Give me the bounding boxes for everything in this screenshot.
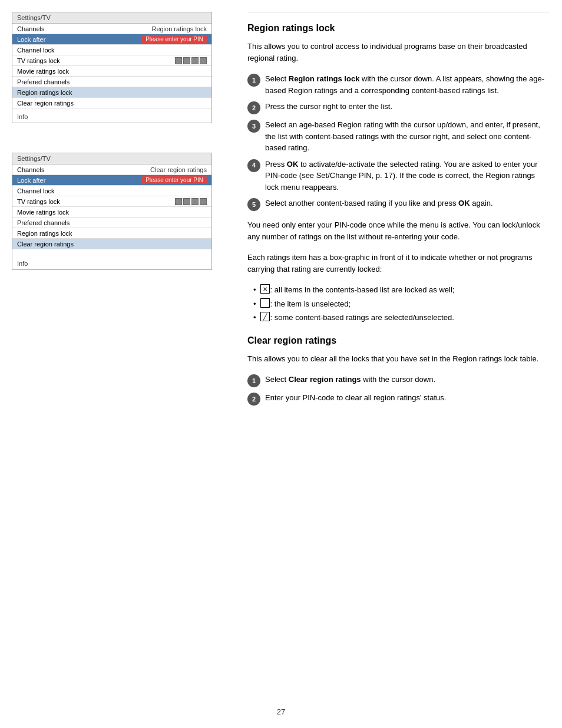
- pin-box-2-2: [183, 198, 190, 205]
- panel2-row-tvratings[interactable]: TV ratings lock: [12, 196, 211, 207]
- panel1-pin-placeholder: Please enter your PIN: [142, 35, 207, 43]
- step-text-1: Select Region ratings lock with the curs…: [265, 73, 550, 96]
- clear-step-text-1: Select Clear region ratings with the cur…: [265, 374, 550, 386]
- panel2-label-channellock: Channel lock: [17, 187, 207, 195]
- panel1-label-tvratings: TV ratings lock: [17, 57, 175, 64]
- step-item: 4 Press OK to activate/de-activate the s…: [247, 159, 550, 193]
- panel2-row-channels[interactable]: Channels Clear region ratings: [12, 164, 211, 175]
- panel1-row-clearregion[interactable]: Clear region ratings: [12, 98, 211, 108]
- bullet-dot-2: •: [253, 298, 256, 310]
- panel2-row-movieratings[interactable]: Movie ratings lock: [12, 207, 211, 218]
- region-ratings-section: Region ratings lock This allows you to c…: [247, 12, 550, 324]
- panel2-row-channellock[interactable]: Channel lock: [12, 186, 211, 196]
- bullet-text-3: : some content-based ratings are selecte…: [270, 312, 454, 324]
- panel2-label-channels: Channels: [17, 166, 150, 173]
- region-ratings-note2: Each ratings item has a box-graphic in f…: [247, 252, 550, 275]
- checked-icon: ✕: [260, 284, 270, 294]
- settings-panel-1: Settings/TV Channels Region ratings lock…: [12, 12, 212, 123]
- panel1-row-movieratings[interactable]: Movie ratings lock: [12, 66, 211, 77]
- panel1-label-channels: Channels: [17, 25, 151, 32]
- clear-step-number-2: 2: [247, 393, 260, 406]
- panel2-value-channels: Clear region ratings: [150, 166, 207, 173]
- left-column: Settings/TV Channels Region ratings lock…: [12, 12, 230, 716]
- step-item: 5 Select another content-based rating if…: [247, 197, 550, 211]
- panel2-label-tvratings: TV ratings lock: [17, 198, 175, 205]
- region-ratings-intro: This allows you to control access to ind…: [247, 41, 550, 64]
- panel2-label-movieratings: Movie ratings lock: [17, 209, 207, 216]
- panel2-pin-placeholder: Please enter your PIN: [142, 176, 207, 184]
- panel2-label-lockafter: Lock after: [17, 177, 142, 184]
- panel1-row-channellock[interactable]: Channel lock: [12, 45, 211, 55]
- panel1-row-channels[interactable]: Channels Region ratings lock: [12, 24, 211, 34]
- step-number-1: 1: [247, 74, 260, 87]
- pin-box-1: [175, 57, 182, 64]
- panel1-label-clearregion: Clear region ratings: [17, 100, 207, 107]
- bullet-text-2: : the item is unselected;: [270, 298, 351, 310]
- panel1-label-regionratings: Region ratings lock: [17, 89, 207, 96]
- panel1-label-prefered: Prefered channels: [17, 78, 207, 85]
- panel2-title: Settings/TV: [12, 153, 211, 164]
- empty-icon: [260, 298, 270, 308]
- step-number-4: 4: [247, 159, 260, 172]
- pin-box-2-3: [191, 198, 199, 205]
- clear-step-number-1: 1: [247, 374, 260, 387]
- bullet-item-diagonal: • ╱ : some content-based ratings are sel…: [253, 312, 550, 324]
- clear-region-title: Clear region ratings: [247, 335, 550, 346]
- region-ratings-note1: You need only enter your PIN-code once w…: [247, 219, 550, 242]
- panel2-label-regionratings: Region ratings lock: [17, 230, 207, 237]
- pin-box-2-1: [175, 198, 182, 205]
- clear-region-section: Clear region ratings This allows you to …: [247, 335, 550, 406]
- panel1-label-movieratings: Movie ratings lock: [17, 68, 207, 75]
- panel1-title: Settings/TV: [12, 12, 211, 24]
- bullet-dot-1: •: [253, 284, 256, 296]
- page-number: 27: [277, 707, 285, 716]
- step-text-2: Press the cursor right to enter the list…: [265, 101, 550, 113]
- panel2-pin-boxes: [175, 198, 207, 205]
- panel2-row-prefered[interactable]: Prefered channels: [12, 218, 211, 228]
- step-number-5: 5: [247, 198, 260, 211]
- panel1-info: Info: [12, 111, 211, 123]
- panel1-value-channels: Region ratings lock: [151, 25, 207, 32]
- panel2-label-clearregion: Clear region ratings: [17, 241, 207, 248]
- pin-box-2: [183, 57, 190, 64]
- right-column: Region ratings lock This allows you to c…: [242, 12, 550, 716]
- panel2-row-clearregion[interactable]: Clear region ratings: [12, 239, 211, 249]
- panel2-row-regionratings[interactable]: Region ratings lock: [12, 228, 211, 239]
- panel1-label-channellock: Channel lock: [17, 47, 207, 54]
- panel1-row-lockafter[interactable]: Lock after Please enter your PIN: [12, 34, 211, 45]
- pin-box-4: [200, 57, 207, 64]
- bullet-text-1: : all items in the contents-based list a…: [270, 284, 455, 296]
- step-number-3: 3: [247, 120, 260, 133]
- step-text-5: Select another content-based rating if y…: [265, 197, 550, 209]
- step-text-4: Press OK to activate/de-activate the sel…: [265, 159, 550, 193]
- panel2-info: Info: [12, 258, 211, 269]
- panel1-label-lockafter: Lock after: [17, 36, 142, 43]
- step-item: 1 Select Region ratings lock with the cu…: [247, 73, 550, 96]
- clear-step-item-1: 1 Select Clear region ratings with the c…: [247, 374, 550, 387]
- step-item: 2 Press the cursor right to enter the li…: [247, 101, 550, 114]
- clear-region-steps: 1 Select Clear region ratings with the c…: [247, 374, 550, 406]
- step-text-3: Select an age-based Region rating with t…: [265, 119, 550, 154]
- clear-step-text-2: Enter your PIN-code to clear all region …: [265, 392, 550, 404]
- region-ratings-title: Region ratings lock: [247, 23, 550, 34]
- diagonal-icon: ╱: [260, 312, 270, 321]
- panel1-row-prefered[interactable]: Prefered channels: [12, 77, 211, 87]
- region-ratings-steps: 1 Select Region ratings lock with the cu…: [247, 73, 550, 211]
- bullet-dot-3: •: [253, 312, 256, 324]
- panel2-label-prefered: Prefered channels: [17, 219, 207, 226]
- panel1-row-regionratings[interactable]: Region ratings lock: [12, 87, 211, 98]
- clear-region-intro: This allows you to clear all the locks t…: [247, 353, 550, 365]
- clear-step-item-2: 2 Enter your PIN-code to clear all regio…: [247, 392, 550, 406]
- pin-box-3: [191, 57, 199, 64]
- region-ratings-bullets: • ✕ : all items in the contents-based li…: [253, 284, 550, 324]
- bullet-item-empty: • : the item is unselected;: [253, 298, 550, 310]
- settings-panel-2: Settings/TV Channels Clear region rating…: [12, 153, 212, 270]
- step-number-2: 2: [247, 101, 260, 114]
- bullet-item-checked: • ✕ : all items in the contents-based li…: [253, 284, 550, 296]
- panel1-row-tvratings[interactable]: TV ratings lock: [12, 55, 211, 66]
- step-item: 3 Select an age-based Region rating with…: [247, 119, 550, 154]
- panel2-row-lockafter[interactable]: Lock after Please enter your PIN: [12, 175, 211, 186]
- panel1-pin-boxes: [175, 57, 207, 64]
- pin-box-2-4: [200, 198, 207, 205]
